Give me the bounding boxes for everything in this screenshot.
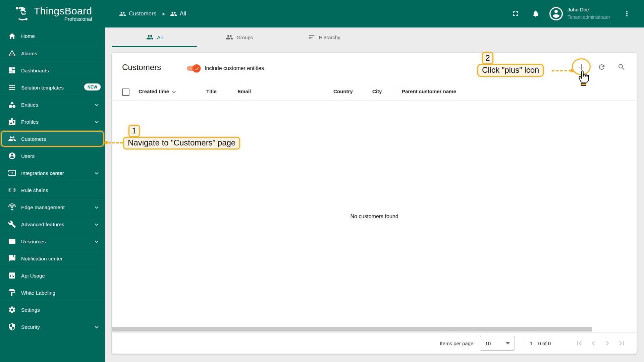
tab-label: All xyxy=(157,35,163,40)
sidebar-item-resources[interactable]: Resources xyxy=(0,233,105,250)
user-name: John Doe xyxy=(568,6,610,13)
sidebar-item-label: Integrations center xyxy=(21,170,64,176)
tools-icon xyxy=(8,220,16,228)
sidebar-item-profiles[interactable]: Profiles xyxy=(0,113,105,130)
column-title[interactable]: Title xyxy=(206,88,217,94)
bar-chart-icon xyxy=(8,272,16,280)
tab-hierarchy[interactable]: Hierarchy xyxy=(282,27,367,47)
people-icon xyxy=(8,135,16,143)
select-all-checkbox[interactable] xyxy=(122,88,129,96)
sidebar-item-advanced-features[interactable]: Advanced features xyxy=(0,216,105,233)
scrollbar-thumb[interactable] xyxy=(112,327,592,331)
thingsboard-logo[interactable]: ThingsBoard Professional xyxy=(0,0,105,27)
previous-page-button[interactable] xyxy=(586,336,600,350)
tab-groups[interactable]: Groups xyxy=(197,27,282,47)
sidebar-menu: Home Alarms Dashboards Solution template… xyxy=(0,27,105,335)
search-button[interactable] xyxy=(615,60,628,74)
entity-tabs: All Groups Hierarchy xyxy=(105,27,644,47)
chevron-down-icon xyxy=(93,204,100,211)
chevron-down-icon xyxy=(93,323,100,331)
column-email[interactable]: Email xyxy=(237,88,251,94)
tab-all[interactable]: All xyxy=(112,27,197,47)
chevron-down-icon xyxy=(93,101,100,109)
sidebar-item-label: Rule chains xyxy=(21,187,48,193)
breadcrumb: Customers > All xyxy=(119,0,186,27)
gear-icon xyxy=(8,306,16,314)
breadcrumb-customers[interactable]: Customers xyxy=(119,10,156,17)
logo-subtitle: Professional xyxy=(64,16,92,22)
sort-lines-icon xyxy=(308,34,315,41)
fullscreen-button[interactable] xyxy=(509,7,522,20)
next-page-button[interactable] xyxy=(600,336,614,350)
logo-title: ThingsBoard xyxy=(34,6,92,16)
sidebar-item-api-usage[interactable]: Api Usage xyxy=(0,267,105,284)
sidebar-item-label: Security xyxy=(21,324,40,330)
user-menu[interactable]: John Doe Tenant administrator xyxy=(568,6,610,21)
tab-label: Groups xyxy=(236,35,253,40)
chevron-down-icon xyxy=(93,221,100,228)
sidebar-item-label: White Labeling xyxy=(21,290,55,296)
sidebar-item-solution-templates[interactable]: Solution templates NEW xyxy=(0,79,105,96)
items-per-page-select[interactable]: 10 xyxy=(480,336,515,351)
sidebar-item-home[interactable]: Home xyxy=(0,27,105,45)
empty-state-text: No customers found xyxy=(112,101,637,333)
step2-connector-line xyxy=(552,70,571,71)
sidebar-item-rule-chains[interactable]: Rule chains xyxy=(0,181,105,198)
badge-icon xyxy=(8,118,16,126)
step2-callout: Click "plus" icon xyxy=(477,64,544,77)
refresh-button[interactable] xyxy=(595,60,608,74)
horizontal-scrollbar xyxy=(112,327,637,332)
chevron-left-icon xyxy=(589,339,598,348)
column-city[interactable]: City xyxy=(372,88,382,94)
sidebar-item-security[interactable]: Security xyxy=(0,318,105,335)
chevron-right-icon xyxy=(603,339,612,348)
sidebar-item-customers[interactable]: Customers xyxy=(0,130,105,147)
people-icon xyxy=(119,10,126,17)
first-page-button[interactable] xyxy=(572,336,586,350)
sidebar-item-notification-center[interactable]: Notification center xyxy=(0,250,105,267)
sidebar-item-alarms[interactable]: Alarms xyxy=(0,45,105,62)
last-page-button[interactable] xyxy=(614,336,629,350)
sidebar-item-users[interactable]: Users xyxy=(0,147,105,164)
people-icon xyxy=(226,34,233,41)
account-circle-icon xyxy=(549,7,563,20)
home-icon xyxy=(8,32,16,40)
bell-icon xyxy=(532,10,540,18)
page-range: 1 – 0 of 0 xyxy=(530,341,551,346)
more-menu-button[interactable] xyxy=(620,7,634,20)
avatar[interactable] xyxy=(549,7,563,20)
breadcrumb-label: Customers xyxy=(129,10,156,17)
toggle-label: Include customer entities xyxy=(205,65,264,71)
sidebar-item-label: Profiles xyxy=(21,119,39,125)
column-country[interactable]: Country xyxy=(333,88,353,94)
step1-callout: Navigate to "Customers" page xyxy=(123,137,240,149)
column-parent-customer-name[interactable]: Parent customer name xyxy=(402,88,456,94)
sidebar-item-edge-management[interactable]: Edge management xyxy=(0,198,105,216)
step2-number-badge: 2 xyxy=(482,52,493,64)
notifications-button[interactable] xyxy=(529,7,542,20)
include-customer-entities-toggle[interactable]: Include customer entities xyxy=(185,62,264,75)
sidebar-item-label: Advanced features xyxy=(21,222,64,227)
sidebar-item-dashboards[interactable]: Dashboards xyxy=(0,62,105,79)
sort-desc-icon xyxy=(171,88,177,94)
items-per-page-value: 10 xyxy=(485,341,491,346)
sidebar-item-label: Home xyxy=(21,33,35,39)
sidebar-item-label: Resources xyxy=(21,239,46,244)
breadcrumb-all[interactable]: All xyxy=(170,10,186,17)
new-badge: NEW xyxy=(84,83,101,90)
people-icon xyxy=(170,10,177,17)
sidebar-item-integrations-center[interactable]: Integrations center xyxy=(0,164,105,181)
sidebar-item-settings[interactable]: Settings xyxy=(0,301,105,318)
breadcrumb-label: All xyxy=(180,10,186,17)
user-role: Tenant administrator xyxy=(568,13,610,21)
toggle-switch[interactable] xyxy=(185,62,201,75)
sidebar-item-entities[interactable]: Entities xyxy=(0,96,105,113)
page-title: Customers xyxy=(122,63,161,72)
table-header-row: Created time Title Email Country City Pa… xyxy=(112,84,637,101)
sidebar-item-white-labeling[interactable]: White Labeling xyxy=(0,284,105,301)
column-created-time[interactable]: Created time xyxy=(139,88,177,94)
grid-icon xyxy=(8,83,16,92)
step1-number-badge: 1 xyxy=(128,125,140,137)
more-vert-icon xyxy=(623,10,631,18)
paginator: Items per page: 10 1 – 0 of 0 xyxy=(112,333,637,354)
